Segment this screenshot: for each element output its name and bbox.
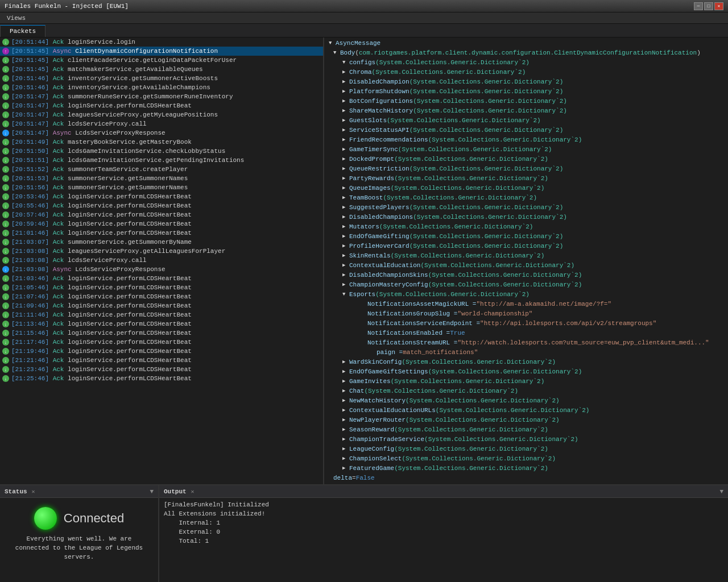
expand-icon[interactable]: ▶ [342, 68, 349, 77]
output-panel-close[interactable]: ✕ [191, 488, 195, 495]
packet-row[interactable]: ↓[21:03:08] Ack lcdsServiceProxy.call [0, 256, 323, 265]
expand-icon[interactable]: ▶ [342, 213, 349, 222]
menu-views[interactable]: Views [2, 14, 30, 23]
detail-key: DisabledChampion [349, 78, 410, 86]
detail-tree-item: paign = match_notifications" [324, 348, 728, 357]
expand-icon[interactable]: ▶ [342, 455, 349, 463]
packet-row[interactable]: ↓[20:51:45] Ack clientFacadeService.getL… [0, 56, 323, 65]
expand-icon[interactable]: ▼ [333, 49, 340, 57]
packet-row[interactable]: ↓[21:25:46] Ack loginService.performLCDS… [0, 374, 323, 383]
expand-icon[interactable]: ▶ [342, 194, 349, 202]
packet-row[interactable]: ↓[21:15:46] Ack loginService.performLCDS… [0, 329, 323, 338]
expand-icon[interactable]: ▶ [342, 146, 349, 154]
status-panel-close[interactable]: ✕ [32, 488, 35, 495]
packet-row[interactable]: ↓[20:51:52] Ack summonerTeamService.crea… [0, 165, 323, 174]
expand-icon[interactable]: ▶ [342, 117, 349, 125]
packet-row[interactable]: ↓[20:51:47] Ack loginService.performLCDS… [0, 101, 323, 110]
expand-icon[interactable]: ▶ [342, 261, 349, 270]
status-panel-arrow[interactable]: ▼ [150, 488, 154, 495]
packet-row[interactable]: ↓[20:51:56] Ack summonerService.getSummo… [0, 183, 323, 192]
detail-tree-item: ▶NewPlayerRouter(System.Collections.Gene… [324, 415, 728, 425]
expand-icon[interactable]: ▶ [342, 426, 349, 434]
packet-row[interactable]: ↓[20:51:51] Ack lcdsGameInvitationServic… [0, 156, 323, 165]
expand-icon[interactable]: ▶ [342, 107, 349, 115]
packet-text: [20:57:46] Ack loginService.performLCDSH… [11, 211, 192, 218]
packet-row[interactable]: ↓[20:53:46] Ack loginService.performLCDS… [0, 192, 323, 201]
packet-row[interactable]: ↓[21:03:46] Ack loginService.performLCDS… [0, 274, 323, 283]
expand-icon[interactable]: ▶ [342, 377, 349, 386]
packet-row[interactable]: ↓[21:23:46] Ack loginService.performLCDS… [0, 365, 323, 374]
packet-row[interactable]: ↓[20:51:47] Ack summonerRuneService.getS… [0, 92, 323, 101]
packets-list[interactable]: ↓[20:51:44] Ack loginService.login↑[20:5… [0, 38, 323, 484]
expand-icon[interactable]: ▶ [342, 387, 349, 396]
packet-row[interactable]: ↓[20:51:46] Ack inventoryService.getSumm… [0, 74, 323, 83]
expand-icon[interactable]: ▶ [342, 203, 349, 212]
expand-icon[interactable]: ▶ [342, 184, 349, 193]
packet-row[interactable]: ↓[20:51:47] Ack leaguesServiceProxy.getM… [0, 110, 323, 119]
packet-row[interactable]: ↑[20:51:45] Async ClientDynamicConfigura… [0, 47, 323, 56]
expand-icon[interactable]: ▶ [342, 406, 349, 415]
packet-row[interactable]: ↓[21:11:46] Ack loginService.performLCDS… [0, 310, 323, 319]
expand-icon[interactable]: ▶ [342, 97, 349, 106]
output-panel-arrow[interactable]: ▼ [719, 488, 723, 495]
packet-row[interactable]: ↓[20:51:50] Ack lcdsGameInvitationServic… [0, 147, 323, 156]
packet-row[interactable]: ↓[21:01:46] Ack loginService.performLCDS… [0, 228, 323, 238]
packet-row[interactable]: ↓[21:19:46] Ack loginService.performLCDS… [0, 347, 323, 356]
expand-icon[interactable]: ▼ [342, 59, 349, 67]
expand-icon[interactable]: ▶ [342, 271, 349, 280]
expand-icon[interactable]: ▶ [342, 155, 349, 164]
packet-row[interactable]: ↓[21:09:46] Ack loginService.performLCDS… [0, 301, 323, 310]
packet-row[interactable]: ↓[21:17:46] Ack loginService.performLCDS… [0, 338, 323, 347]
packet-row[interactable]: ↓[21:03:07] Ack summonerService.getSummo… [0, 238, 323, 247]
detail-type: (System.Collections.Generic.Dictionary`2… [413, 97, 567, 106]
detail-tree-item: ▶GuestSlots(System.Collections.Generic.D… [324, 116, 728, 126]
expand-icon[interactable]: ▶ [342, 223, 349, 231]
packet-row[interactable]: ↓[20:51:49] Ack masteryBookService.getMa… [0, 138, 323, 147]
packet-row[interactable]: ↓[20:51:45] Ack matchmakerService.getAva… [0, 65, 323, 74]
expand-icon[interactable]: ▼ [342, 290, 349, 299]
detail-type: (System.Collections.Generic.Dictionary`2… [387, 117, 541, 125]
expand-icon[interactable]: ▶ [342, 174, 349, 183]
packet-row[interactable]: ↓[20:51:44] Ack loginService.login [0, 38, 323, 47]
expand-icon[interactable]: ▶ [342, 232, 349, 241]
expand-icon[interactable]: ▶ [342, 136, 349, 144]
packet-row[interactable]: ↓[20:51:53] Ack summonerService.getSummo… [0, 174, 323, 183]
expand-icon[interactable]: ▶ [342, 435, 349, 444]
packet-row[interactable]: ↓[21:21:46] Ack loginService.performLCDS… [0, 356, 323, 365]
close-button[interactable]: ✕ [714, 2, 723, 10]
detail-type: (System.Collections.Generic.Dictionary`2… [402, 358, 556, 367]
expand-icon[interactable]: ▶ [342, 358, 349, 367]
packet-row[interactable]: ↓[20:51:47] Ack lcdsServiceProxy.call [0, 119, 323, 128]
detail-panel[interactable]: ▼ AsyncMessage ▼ Body ( com.riotgames.pl… [324, 38, 728, 484]
tab-packets[interactable]: Packets [0, 25, 46, 37]
expand-icon[interactable]: ▶ [342, 464, 349, 473]
expand-icon[interactable]: ▶ [342, 88, 349, 96]
packet-row[interactable]: ↓[21:05:46] Ack loginService.performLCDS… [0, 283, 323, 292]
expand-icon[interactable]: ▶ [342, 126, 349, 135]
packet-row[interactable]: ↓[21:03:08] Ack leaguesServiceProxy.getA… [0, 247, 323, 256]
detail-type: (System.Collections.Generic.Dictionary`2… [406, 416, 560, 425]
packet-row[interactable]: ↓[20:51:47] Async LcdsServiceProxyRespon… [0, 128, 323, 138]
status-panel-title: Status [5, 488, 27, 495]
packet-row[interactable]: ↓[20:59:46] Ack loginService.performLCDS… [0, 219, 323, 228]
packet-arrow-green: ↓ [2, 211, 9, 218]
expand-icon[interactable]: ▶ [342, 78, 349, 86]
packet-row[interactable]: ↓[20:51:46] Ack inventoryService.getAvai… [0, 83, 323, 92]
expand-icon[interactable]: ▶ [342, 368, 349, 376]
expand-icon[interactable]: ▶ [342, 281, 349, 289]
packet-row[interactable]: ↓[21:07:46] Ack loginService.performLCDS… [0, 292, 323, 301]
expand-icon[interactable]: ▶ [342, 252, 349, 260]
expand-icon[interactable]: ▶ [342, 165, 349, 173]
packet-row[interactable]: ↓[20:55:46] Ack loginService.performLCDS… [0, 201, 323, 210]
packet-row[interactable]: ↓[21:03:08] Async LcdsServiceProxyRespon… [0, 265, 323, 274]
expand-icon[interactable]: ▶ [342, 397, 349, 405]
packet-row[interactable]: ↓[20:57:46] Ack loginService.performLCDS… [0, 210, 323, 219]
expand-icon[interactable]: ▼ [329, 39, 336, 48]
expand-icon[interactable]: ▶ [342, 242, 349, 251]
expand-icon[interactable]: ▶ [342, 445, 349, 454]
detail-key: ContextualEducation [349, 261, 420, 270]
minimize-button[interactable]: ─ [694, 2, 703, 10]
maximize-button[interactable]: □ [704, 2, 713, 10]
expand-icon[interactable]: ▶ [342, 416, 349, 425]
packet-row[interactable]: ↓[21:13:46] Ack loginService.performLCDS… [0, 319, 323, 329]
